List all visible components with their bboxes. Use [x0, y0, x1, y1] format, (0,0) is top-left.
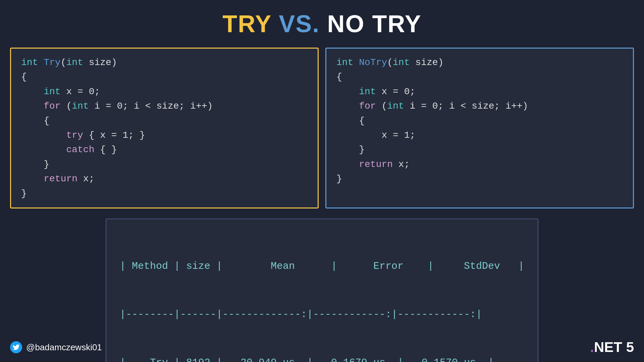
dotnet-dot: .	[590, 339, 594, 355]
code-line: {	[21, 70, 308, 84]
code-line: int NoTry(int size)	[336, 55, 623, 70]
twitter-icon	[10, 341, 22, 353]
code-line: for (int i = 0; i < size; i++)	[336, 99, 623, 113]
code-line: }	[336, 142, 623, 157]
code-line: catch { }	[21, 142, 308, 157]
twitter-username: @badamczewski01	[26, 342, 102, 353]
code-line: {	[21, 114, 308, 128]
code-panel-left: int Try(int size) { int x = 0; for (int …	[10, 48, 319, 208]
bottom-bar: @badamczewski01 .NET 5	[0, 339, 644, 355]
code-line: x = 1;	[336, 128, 623, 142]
code-line: int x = 0;	[336, 84, 623, 99]
title-notry: NO TRY	[327, 10, 421, 37]
title-vs: VS.	[279, 10, 320, 37]
code-line: }	[21, 186, 308, 201]
dotnet-net: NET 5	[594, 339, 634, 355]
code-line: try { x = 1; }	[21, 128, 308, 142]
code-line: {	[336, 114, 623, 128]
code-line: int Try(int size)	[21, 55, 308, 70]
code-line: }	[21, 157, 308, 172]
twitter-handle-container: @badamczewski01	[10, 341, 102, 353]
page-title: TRY VS. NO TRY	[0, 0, 644, 44]
code-line: }	[336, 172, 623, 186]
code-panels: int Try(int size) { int x = 0; for (int …	[0, 48, 644, 208]
code-line: for (int i = 0; i < size; i++)	[21, 99, 308, 113]
code-line: int x = 0;	[21, 84, 308, 99]
table-separator: |--------|------|-------------:|--------…	[120, 306, 524, 322]
code-line: return x;	[21, 172, 308, 186]
title-try: TRY	[222, 10, 271, 37]
table-header: | Method | size | Mean | Error | StdDev …	[120, 258, 524, 274]
code-line: return x;	[336, 157, 623, 172]
code-panel-right: int NoTry(int size) { int x = 0; for (in…	[325, 48, 634, 208]
table-row-try: | Try | 8192 | 20.949 us | 0.1679 us | 0…	[120, 355, 524, 362]
dotnet-badge: .NET 5	[590, 339, 634, 355]
code-line: {	[336, 70, 623, 84]
